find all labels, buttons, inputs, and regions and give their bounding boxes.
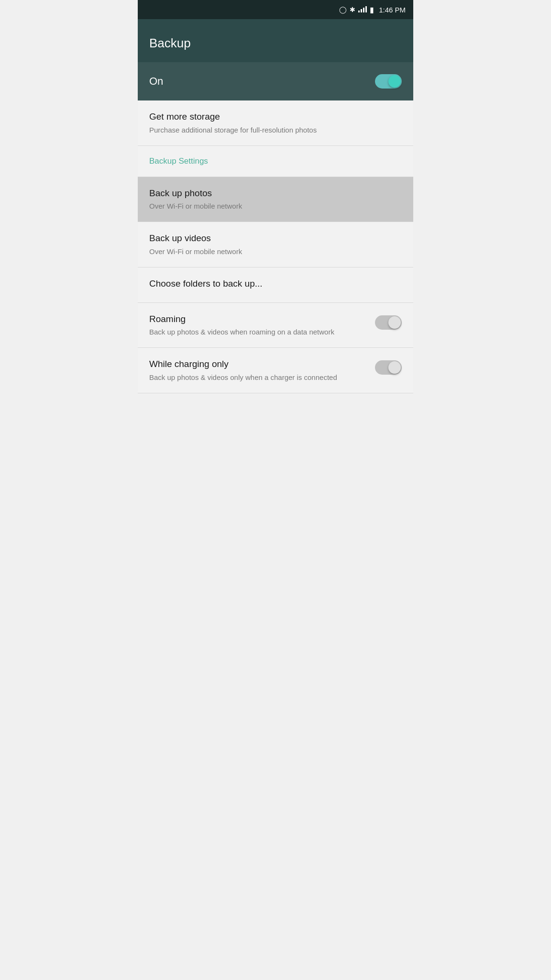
backup-toggle-knob — [388, 75, 401, 88]
back-up-videos-title: Back up videos — [149, 233, 402, 245]
list-item-backup-settings[interactable]: Backup Settings — [138, 146, 413, 177]
status-time: 1:46 PM — [379, 6, 406, 14]
roaming-toggle-knob — [388, 316, 401, 329]
get-more-storage-title: Get more storage — [149, 111, 402, 123]
alarm-icon: ◯ — [339, 6, 347, 13]
roaming-toggle-switch[interactable] — [375, 315, 402, 330]
backup-toggle-label: On — [149, 75, 163, 88]
list-item-back-up-photos[interactable]: Back up photos Over Wi-Fi or mobile netw… — [138, 177, 413, 223]
status-bar: ◯ ✱ ▮ 1:46 PM — [138, 0, 413, 19]
back-up-photos-title: Back up photos — [149, 188, 402, 200]
while-charging-text: While charging only Back up photos & vid… — [149, 358, 367, 382]
while-charging-toggle-switch[interactable] — [375, 360, 402, 375]
roaming-subtitle: Back up photos & videos when roaming on … — [149, 327, 367, 337]
bluetooth-icon: ✱ — [350, 6, 355, 13]
list-item-choose-folders[interactable]: Choose folders to back up... — [138, 267, 413, 303]
list-item-back-up-videos[interactable]: Back up videos Over Wi-Fi or mobile netw… — [138, 222, 413, 267]
status-icons: ◯ ✱ ▮ 1:46 PM — [339, 5, 406, 14]
battery-icon: ▮ — [370, 5, 374, 14]
list-item-get-more-storage[interactable]: Get more storage Purchase additional sto… — [138, 100, 413, 146]
choose-folders-title: Choose folders to back up... — [149, 278, 402, 290]
roaming-text: Roaming Back up photos & videos when roa… — [149, 313, 367, 337]
back-up-photos-subtitle: Over Wi-Fi or mobile network — [149, 201, 402, 211]
signal-icon — [358, 6, 367, 14]
while-charging-subtitle: Back up photos & videos only when a char… — [149, 372, 367, 382]
while-charging-title: While charging only — [149, 358, 367, 370]
settings-list: Get more storage Purchase additional sto… — [138, 100, 413, 393]
back-up-videos-subtitle: Over Wi-Fi or mobile network — [149, 246, 402, 256]
backup-toggle-section[interactable]: On — [138, 62, 413, 100]
page-title: Backup — [149, 36, 191, 51]
header: Backup — [138, 19, 413, 62]
backup-settings-link[interactable]: Backup Settings — [149, 156, 208, 166]
while-charging-toggle-knob — [388, 361, 401, 374]
backup-toggle-switch[interactable] — [375, 74, 402, 89]
roaming-title: Roaming — [149, 313, 367, 325]
list-item-while-charging[interactable]: While charging only Back up photos & vid… — [138, 348, 413, 393]
list-item-roaming[interactable]: Roaming Back up photos & videos when roa… — [138, 303, 413, 348]
get-more-storage-subtitle: Purchase additional storage for full-res… — [149, 125, 402, 135]
